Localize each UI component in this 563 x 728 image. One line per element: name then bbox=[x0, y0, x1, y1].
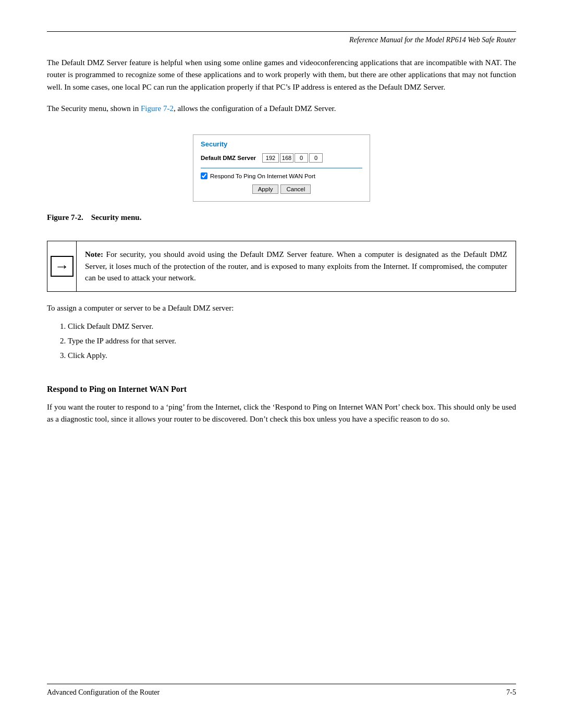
step-3: Click Apply. bbox=[68, 349, 516, 362]
intro-paragraph: The Default DMZ Server feature is helpfu… bbox=[47, 57, 516, 93]
ip-address-fields bbox=[262, 153, 323, 163]
section-heading: Respond to Ping on Internet WAN Port bbox=[47, 385, 516, 394]
step-1: Click Default DMZ Server. bbox=[68, 320, 516, 332]
steps-list: Click Default DMZ Server. Type the IP ad… bbox=[68, 320, 516, 364]
assign-paragraph: To assign a computer or server to be a D… bbox=[47, 302, 516, 314]
note-text: Note: For security, you should avoid usi… bbox=[77, 241, 516, 291]
footer-rule bbox=[47, 684, 516, 684]
form-buttons: Apply Cancel bbox=[201, 184, 362, 194]
footer-row: Advanced Configuration of the Router 7-5 bbox=[47, 688, 516, 697]
footer: Advanced Configuration of the Router 7-5 bbox=[47, 663, 516, 697]
security-separator bbox=[201, 168, 362, 168]
security-box-title: Security bbox=[201, 140, 362, 148]
note-box: → Note: For security, you should avoid u… bbox=[47, 241, 516, 292]
security-figure: Security Default DMZ Server Respond To P… bbox=[193, 134, 370, 202]
cancel-button[interactable]: Cancel bbox=[280, 184, 311, 194]
section-paragraph: If you want the router to respond to a ‘… bbox=[47, 401, 516, 426]
dmz-server-label: Default DMZ Server bbox=[201, 155, 258, 161]
note-body-text: For security, you should avoid using the… bbox=[85, 250, 507, 282]
note-arrow-icon: → bbox=[51, 256, 74, 277]
ping-checkbox[interactable] bbox=[201, 172, 207, 179]
note-bold-label: Note: bbox=[85, 250, 103, 258]
footer-right: 7-5 bbox=[506, 688, 516, 697]
header-rule bbox=[47, 31, 516, 32]
figure-caption-number: Figure 7-2. bbox=[47, 213, 83, 221]
figure-reference-paragraph: The Security menu, shown in Figure 7-2, … bbox=[47, 103, 516, 115]
figure-7-2-link[interactable]: Figure 7-2 bbox=[141, 104, 174, 113]
ip-octet-1[interactable] bbox=[262, 153, 279, 163]
apply-button[interactable]: Apply bbox=[252, 184, 279, 194]
step-2: Type the IP address for that server. bbox=[68, 335, 516, 347]
security-menu-box: Security Default DMZ Server Respond To P… bbox=[193, 134, 370, 202]
figure-caption: Figure 7-2. Security menu. bbox=[47, 213, 516, 222]
ip-octet-2[interactable] bbox=[280, 153, 293, 163]
header-title: Reference Manual for the Model RP614 Web… bbox=[47, 36, 516, 44]
footer-left: Advanced Configuration of the Router bbox=[47, 688, 160, 697]
ping-checkbox-label: Respond To Ping On Internet WAN Port bbox=[210, 173, 315, 179]
figure-caption-label: Security menu. bbox=[91, 213, 142, 221]
ping-checkbox-row: Respond To Ping On Internet WAN Port bbox=[201, 172, 362, 179]
ip-octet-4[interactable] bbox=[309, 153, 323, 163]
ip-octet-3[interactable] bbox=[295, 153, 308, 163]
dmz-server-row: Default DMZ Server bbox=[201, 153, 362, 163]
note-icon-column: → bbox=[47, 241, 77, 291]
